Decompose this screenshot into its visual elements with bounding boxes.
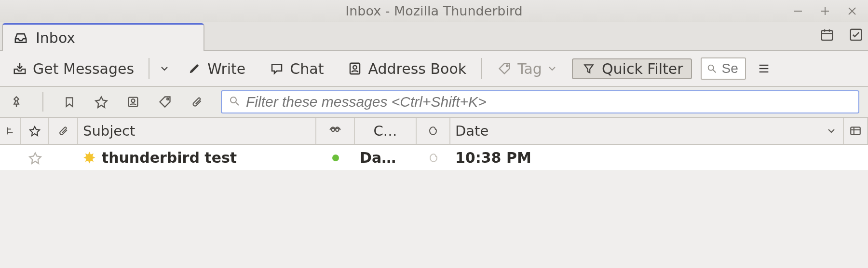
calendar-icon[interactable]: [819, 27, 835, 43]
tab-label: Inbox: [36, 29, 75, 46]
column-correspondents[interactable]: C…: [355, 118, 417, 144]
column-subject-label: Subject: [83, 123, 135, 139]
cell-correspondent: Da…: [355, 149, 417, 166]
quick-filter-button[interactable]: Quick Filter: [572, 58, 692, 79]
tag-button[interactable]: Tag: [491, 58, 562, 79]
tag-label: Tag: [517, 60, 542, 77]
svg-point-22: [132, 99, 135, 102]
cell-subject: ✸ thunderbird test: [78, 149, 316, 167]
write-button[interactable]: Write: [181, 58, 250, 79]
column-starred[interactable]: [21, 118, 49, 144]
address-book-label: Address Book: [368, 60, 466, 77]
new-message-icon: ✸: [83, 149, 96, 167]
filter-unread-icon[interactable]: [62, 94, 77, 110]
global-search-box[interactable]: [701, 57, 746, 80]
filter-messages-box[interactable]: [221, 90, 859, 113]
toolbar-separator: [481, 58, 482, 79]
column-date[interactable]: Date: [450, 118, 844, 144]
search-icon: [706, 60, 717, 77]
column-subject[interactable]: Subject: [78, 118, 316, 144]
svg-line-15: [713, 70, 716, 72]
chat-label: Chat: [290, 60, 324, 77]
message-list-headers: Subject C… Date: [0, 118, 868, 145]
tasks-icon[interactable]: [848, 27, 864, 43]
svg-rect-29: [851, 127, 860, 134]
window-maximize-button[interactable]: [818, 4, 832, 18]
toolbar-separator: [149, 58, 149, 79]
svg-point-23: [167, 98, 169, 100]
window-title: Inbox - Mozilla Thunderbird: [0, 3, 868, 18]
message-date: 10:38 PM: [455, 149, 531, 166]
window-minimize-button[interactable]: [791, 4, 805, 18]
tab-inbox[interactable]: Inbox: [2, 23, 204, 51]
write-label: Write: [207, 60, 245, 77]
filter-separator: [42, 92, 43, 112]
pin-filter-icon[interactable]: [9, 94, 24, 110]
quick-filter-label: Quick Filter: [602, 60, 683, 77]
chat-button[interactable]: Chat: [264, 58, 328, 79]
cell-star[interactable]: [21, 151, 49, 165]
svg-point-12: [353, 66, 357, 70]
column-date-label: Date: [455, 123, 488, 139]
tab-strip: Inbox: [0, 22, 868, 51]
svg-point-14: [708, 65, 713, 70]
address-book-button[interactable]: Address Book: [342, 58, 471, 79]
global-search-input[interactable]: [721, 60, 740, 77]
cell-read[interactable]: [316, 155, 355, 161]
column-thread[interactable]: [0, 118, 21, 144]
column-junk[interactable]: [417, 118, 450, 144]
tag-icon: [496, 60, 513, 77]
svg-line-25: [236, 102, 239, 105]
window-close-button[interactable]: [845, 4, 859, 18]
get-messages-icon: [12, 60, 28, 77]
message-subject: thunderbird test: [102, 149, 237, 166]
cell-date: 10:38 PM: [450, 149, 868, 166]
svg-point-27: [331, 128, 335, 132]
column-attachment[interactable]: [49, 118, 78, 144]
chevron-down-icon: [547, 63, 557, 74]
main-toolbar: Get Messages Write Chat Address Book Tag: [0, 51, 868, 87]
svg-marker-32: [29, 153, 41, 163]
svg-point-28: [336, 128, 339, 132]
window-titlebar: Inbox - Mozilla Thunderbird: [0, 0, 868, 22]
write-icon: [186, 60, 203, 77]
get-messages-label: Get Messages: [33, 60, 134, 77]
column-correspondents-label: C…: [373, 123, 397, 139]
chat-icon: [269, 60, 285, 77]
message-correspondent: Da…: [360, 149, 396, 166]
svg-point-13: [506, 65, 508, 67]
search-icon: [229, 94, 240, 110]
address-book-icon: [347, 60, 363, 77]
filter-starred-icon[interactable]: [94, 94, 109, 110]
filter-icon: [581, 60, 597, 77]
column-picker[interactable]: [844, 118, 868, 144]
filter-attachment-icon[interactable]: [189, 94, 204, 110]
message-row[interactable]: ✸ thunderbird test Da… 10:38 PM: [0, 145, 868, 171]
filter-messages-input[interactable]: [245, 93, 852, 111]
quick-filter-toolbar: [0, 87, 868, 118]
column-read[interactable]: [316, 118, 355, 144]
chevron-down-icon: [827, 123, 836, 139]
svg-rect-5: [822, 30, 833, 40]
inbox-icon: [13, 30, 29, 46]
get-messages-button[interactable]: Get Messages: [7, 58, 139, 79]
unread-dot-icon: [332, 155, 339, 161]
filter-tags-icon[interactable]: [157, 94, 173, 110]
svg-marker-20: [95, 97, 107, 108]
svg-marker-26: [30, 127, 40, 136]
get-messages-dropdown[interactable]: [159, 63, 170, 74]
app-menu-button[interactable]: [756, 60, 772, 77]
svg-point-24: [231, 97, 236, 103]
cell-junk[interactable]: [417, 152, 450, 164]
filter-contacts-icon[interactable]: [125, 94, 141, 110]
